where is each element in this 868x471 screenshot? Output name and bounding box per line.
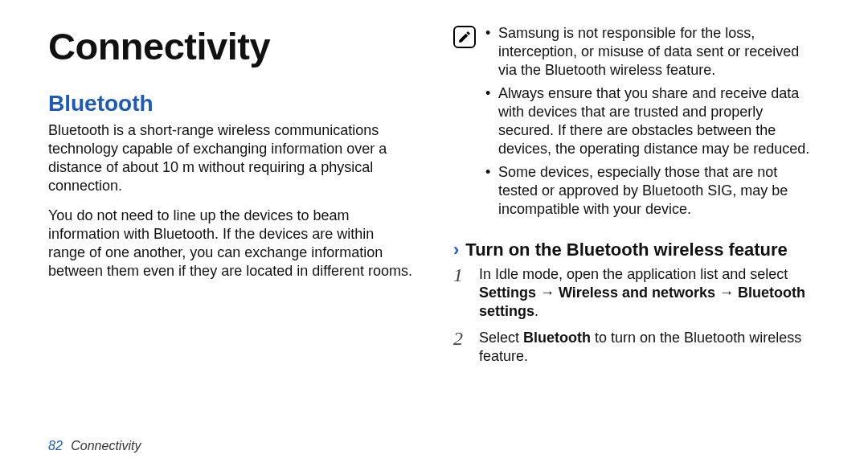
steps-list: 1 In Idle mode, open the application lis… xyxy=(453,265,820,366)
step-text-pre: In Idle mode, open the application list … xyxy=(479,266,788,282)
step-text-bold: Settings → Wireless and networks → Bluet… xyxy=(479,285,805,319)
step-text-pre: Select xyxy=(479,330,523,346)
footer-label: Connectivity xyxy=(71,439,141,453)
subheading: Turn on the Bluetooth wireless feature xyxy=(465,240,788,260)
note-list: Samsung is not responsible for the loss,… xyxy=(485,24,820,223)
step-number: 2 xyxy=(453,329,469,348)
two-column-layout: Connectivity Bluetooth Bluetooth is a sh… xyxy=(48,24,820,374)
page-footer: 82 Connectivity xyxy=(48,439,141,453)
note-pencil-icon xyxy=(453,26,476,48)
manual-page: Connectivity Bluetooth Bluetooth is a sh… xyxy=(0,0,868,471)
left-column: Connectivity Bluetooth Bluetooth is a sh… xyxy=(48,24,415,374)
subheading-row: › Turn on the Bluetooth wireless feature xyxy=(453,240,820,260)
note-item: Always ensure that you share and receive… xyxy=(485,84,820,158)
page-title: Connectivity xyxy=(48,24,415,68)
pencil-icon xyxy=(457,30,472,44)
step-body: Select Bluetooth to turn on the Bluetoot… xyxy=(479,329,820,366)
body-paragraph: Bluetooth is a short-range wireless comm… xyxy=(48,121,415,195)
note-item: Some devices, especially those that are … xyxy=(485,163,820,219)
step-text-post: . xyxy=(534,303,538,319)
note-block: Samsung is not responsible for the loss,… xyxy=(453,24,820,223)
body-paragraph: You do not need to line up the devices t… xyxy=(48,207,415,281)
page-number: 82 xyxy=(48,439,63,453)
step-item: 2 Select Bluetooth to turn on the Blueto… xyxy=(453,329,820,366)
note-item: Samsung is not responsible for the loss,… xyxy=(485,24,820,80)
step-body: In Idle mode, open the application list … xyxy=(479,265,820,321)
step-text-bold: Bluetooth xyxy=(523,330,591,346)
chevron-right-icon: › xyxy=(453,240,459,260)
section-heading: Bluetooth xyxy=(48,91,415,117)
step-number: 1 xyxy=(453,265,469,285)
step-item: 1 In Idle mode, open the application lis… xyxy=(453,265,820,321)
right-column: Samsung is not responsible for the loss,… xyxy=(453,24,820,374)
